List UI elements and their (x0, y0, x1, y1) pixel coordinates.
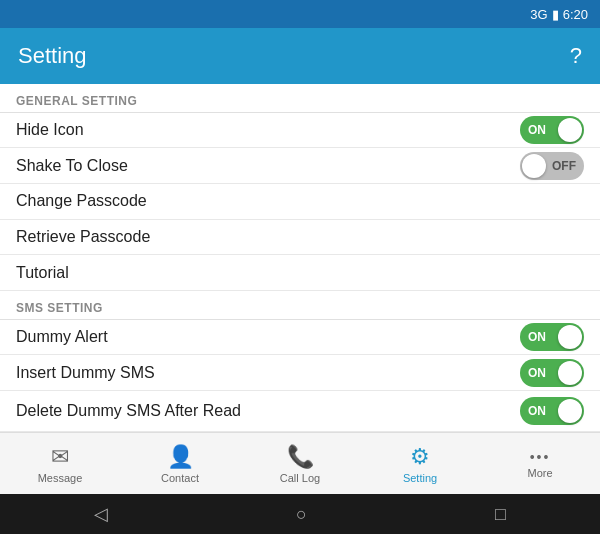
insert-dummy-sms-toggle-label: ON (528, 366, 546, 380)
dummy-alert-toggle-knob (558, 325, 582, 349)
shake-to-close-knob (522, 154, 546, 178)
delete-dummy-sms-toggle-knob (558, 399, 582, 423)
setting-label: Setting (403, 472, 437, 484)
tutorial-label: Tutorial (16, 264, 69, 282)
status-bar: 3G ▮ 6:20 (0, 0, 600, 28)
call-log-label: Call Log (280, 472, 320, 484)
dummy-alert-toggle[interactable]: ON (520, 323, 584, 351)
status-icons: 3G ▮ 6:20 (530, 7, 588, 22)
delete-dummy-sms-row[interactable]: Delete Dummy SMS After Read ON (0, 391, 600, 432)
setting-icon: ⚙ (410, 444, 430, 470)
dummy-alert-row[interactable]: Dummy Alert ON (0, 320, 600, 356)
shake-to-close-label: Shake To Close (16, 157, 128, 175)
help-button[interactable]: ? (570, 43, 582, 69)
more-icon: ••• (530, 449, 551, 465)
change-passcode-row[interactable]: Change Passcode (0, 184, 600, 220)
dummy-alert-toggle-label: ON (528, 330, 546, 344)
home-button[interactable]: ○ (296, 504, 307, 525)
contact-icon: 👤 (167, 444, 194, 470)
contact-label: Contact (161, 472, 199, 484)
message-icon: ✉ (51, 444, 69, 470)
change-passcode-label: Change Passcode (16, 192, 147, 210)
shake-to-close-toggle-label: OFF (552, 159, 576, 173)
retrieve-passcode-row[interactable]: Retrieve Passcode (0, 220, 600, 256)
general-section-header: GENERAL SETTING (0, 84, 600, 112)
shake-to-close-toggle[interactable]: OFF (520, 152, 584, 180)
time-text: 6:20 (563, 7, 588, 22)
nav-call-log[interactable]: 📞 Call Log (240, 433, 360, 494)
sms-section-header: SMS SETTING (0, 291, 600, 319)
retrieve-passcode-label: Retrieve Passcode (16, 228, 150, 246)
delete-dummy-sms-toggle-label: ON (528, 404, 546, 418)
system-nav: ◁ ○ □ (0, 494, 600, 534)
message-label: Message (38, 472, 83, 484)
delete-dummy-sms-toggle[interactable]: ON (520, 397, 584, 425)
hide-icon-toggle[interactable]: ON (520, 116, 584, 144)
nav-message[interactable]: ✉ Message (0, 433, 120, 494)
app-header: Setting ? (0, 28, 600, 84)
hide-icon-row[interactable]: Hide Icon ON (0, 113, 600, 149)
hide-icon-label: Hide Icon (16, 121, 84, 139)
hide-icon-toggle-knob (558, 118, 582, 142)
dummy-alert-label: Dummy Alert (16, 328, 108, 346)
delete-dummy-sms-label: Delete Dummy SMS After Read (16, 401, 241, 422)
nav-contact[interactable]: 👤 Contact (120, 433, 240, 494)
back-button[interactable]: ◁ (94, 503, 108, 525)
insert-dummy-sms-toggle-knob (558, 361, 582, 385)
signal-text: 3G (530, 7, 547, 22)
insert-dummy-sms-toggle[interactable]: ON (520, 359, 584, 387)
content-area: GENERAL SETTING Hide Icon ON Shake To Cl… (0, 84, 600, 432)
call-log-icon: 📞 (287, 444, 314, 470)
bottom-nav: ✉ Message 👤 Contact 📞 Call Log ⚙ Setting… (0, 432, 600, 494)
nav-more[interactable]: ••• More (480, 433, 600, 494)
hide-icon-toggle-label: ON (528, 123, 546, 137)
nav-setting[interactable]: ⚙ Setting (360, 433, 480, 494)
recents-button[interactable]: □ (495, 504, 506, 525)
shake-to-close-row[interactable]: Shake To Close OFF (0, 148, 600, 184)
more-label: More (527, 467, 552, 479)
insert-dummy-sms-label: Insert Dummy SMS (16, 364, 155, 382)
page-title: Setting (18, 43, 87, 69)
insert-dummy-sms-row[interactable]: Insert Dummy SMS ON (0, 355, 600, 391)
battery-icon: ▮ (552, 7, 559, 22)
tutorial-row[interactable]: Tutorial (0, 255, 600, 291)
